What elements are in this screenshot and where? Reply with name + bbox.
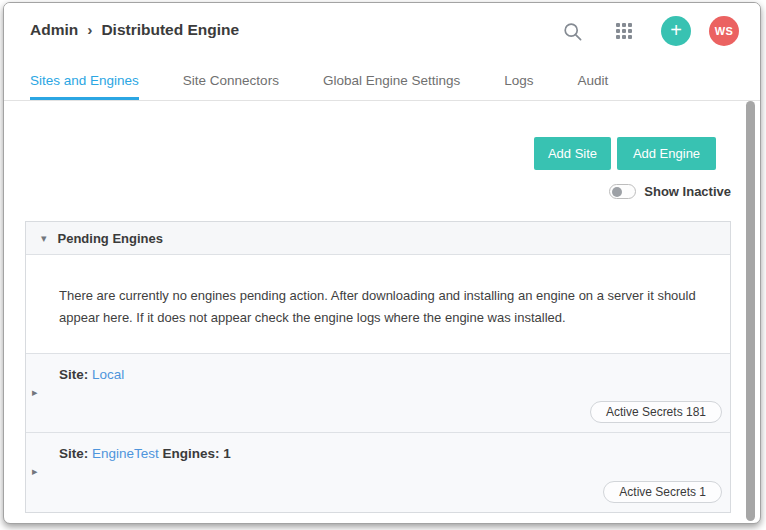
breadcrumb-separator-icon: › <box>87 21 92 38</box>
tab-logs[interactable]: Logs <box>504 61 533 100</box>
tab-audit[interactable]: Audit <box>578 61 609 100</box>
active-secrets-badge: Active Secrets 1 <box>603 481 722 503</box>
avatar[interactable]: WS <box>709 16 739 46</box>
expand-caret-icon[interactable]: ▸ <box>32 466 38 477</box>
site-row-enginetest: Site: EngineTest Engines: 1 ▸ Active Sec… <box>26 433 730 512</box>
site-prefix: Site: <box>59 446 88 461</box>
toggle-knob <box>612 187 622 197</box>
pending-engines-message: There are currently no engines pending a… <box>26 255 730 354</box>
screenshot-stage: Admin›Distributed Engine + WS Sites and … <box>0 0 766 530</box>
show-inactive-toggle[interactable] <box>609 184 636 199</box>
tab-bar: Sites and Engines Site Connectors Global… <box>4 61 760 101</box>
show-inactive-row: Show Inactive <box>609 184 731 199</box>
search-icon <box>562 21 584 43</box>
pending-engines-header[interactable]: ▾ Pending Engines <box>26 222 730 255</box>
site-line: Site: EngineTest Engines: 1 <box>59 446 730 461</box>
tab-site-connectors[interactable]: Site Connectors <box>183 61 279 100</box>
apps-grid-icon[interactable] <box>616 23 634 41</box>
breadcrumb: Admin›Distributed Engine <box>30 21 239 39</box>
site-row-local: Site: Local ▸ Active Secrets 181 <box>26 354 730 433</box>
top-header: Admin›Distributed Engine + WS <box>4 3 760 61</box>
site-link-local[interactable]: Local <box>92 367 124 382</box>
tab-sites-and-engines[interactable]: Sites and Engines <box>30 61 139 100</box>
active-secrets-badge: Active Secrets 181 <box>590 401 722 423</box>
search-button[interactable] <box>562 21 586 45</box>
add-site-button[interactable]: Add Site <box>534 137 611 170</box>
expand-caret-icon[interactable]: ▸ <box>32 387 38 398</box>
site-link-enginetest[interactable]: EngineTest <box>92 446 159 461</box>
add-new-button[interactable]: + <box>661 16 691 46</box>
page-title: Distributed Engine <box>101 21 239 38</box>
site-prefix: Site: <box>59 367 88 382</box>
show-inactive-label: Show Inactive <box>644 184 731 199</box>
app-window: Admin›Distributed Engine + WS Sites and … <box>3 2 761 524</box>
breadcrumb-admin[interactable]: Admin <box>30 21 78 38</box>
vertical-scrollbar[interactable] <box>746 101 755 521</box>
site-line: Site: Local <box>59 367 730 382</box>
pending-engines-title: Pending Engines <box>58 231 163 246</box>
sites-panel: ▾ Pending Engines There are currently no… <box>25 221 731 513</box>
collapse-caret-icon: ▾ <box>41 233 47 244</box>
tab-global-engine-settings[interactable]: Global Engine Settings <box>323 61 460 100</box>
add-engine-button[interactable]: Add Engine <box>617 137 716 170</box>
site-engines-count: Engines: 1 <box>163 446 231 461</box>
